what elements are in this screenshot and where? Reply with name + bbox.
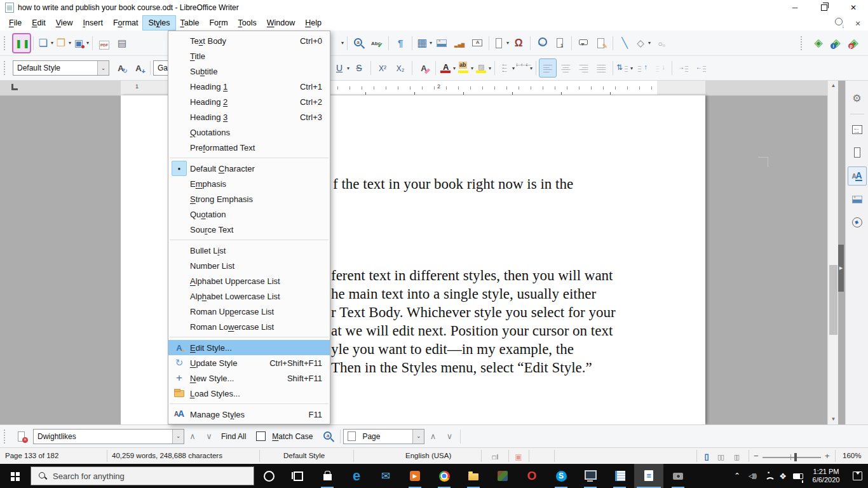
save-button[interactable]: ▾ — [72, 34, 89, 52]
unordered-list-button[interactable]: ▾ — [498, 59, 515, 77]
scroll-down-icon[interactable]: ▼ — [828, 414, 839, 424]
para-space-increase-button[interactable] — [634, 59, 651, 77]
underline-dropdown-icon[interactable]: ▾ — [347, 65, 349, 71]
subscript-button[interactable] — [392, 59, 409, 77]
track-changes-button[interactable] — [593, 34, 609, 52]
toolbar-grip-right[interactable] — [801, 36, 807, 50]
style-update-button[interactable] — [112, 59, 129, 77]
styles-menu-item-default-character[interactable]: ●Default Character — [168, 161, 330, 176]
toolbar-grip[interactable] — [4, 36, 10, 50]
justify-button[interactable] — [593, 59, 609, 77]
style-new-button[interactable] — [130, 59, 147, 77]
styles-menu-item-title[interactable]: Title — [168, 48, 330, 64]
navigate-by-dropdown-icon[interactable]: ⌄ — [412, 430, 424, 444]
search-input[interactable]: Dwightlikes ⌄ — [33, 429, 184, 444]
volume-button[interactable] — [745, 464, 760, 488]
increase-indent-button[interactable] — [675, 59, 692, 77]
taskbar-app-task-view[interactable] — [283, 464, 313, 488]
zoom-in-icon[interactable]: + — [825, 451, 830, 461]
menu-edit[interactable]: Edit — [27, 16, 51, 30]
styles-menu-item-alphabet-uppercase-list[interactable]: Alphabet Uppercase List — [168, 273, 330, 288]
taskbar-app-store[interactable] — [313, 464, 342, 488]
word-count-status[interactable]: 40,259 words, 248,688 characters — [112, 452, 222, 459]
styles-menu-item-heading-1[interactable]: Heading 1Ctrl+1 — [168, 79, 330, 94]
new-document-button[interactable]: ▾ — [37, 34, 53, 52]
ordered-list-button[interactable]: ▾ — [516, 59, 532, 77]
restore-button[interactable] — [810, 0, 839, 15]
line-spacing-button[interactable]: ▾ — [616, 59, 633, 77]
print-button[interactable] — [114, 34, 130, 52]
background-color-dropdown-icon[interactable]: ▾ — [489, 65, 491, 71]
unordered-list-dropdown-icon[interactable]: ▾ — [512, 65, 515, 71]
battery-button[interactable] — [790, 464, 806, 488]
underline-button[interactable]: ▾ — [333, 59, 349, 77]
taskbar-app-opera[interactable] — [517, 464, 546, 488]
match-case-checkbox[interactable] — [256, 431, 266, 441]
taskbar-app-cortana[interactable] — [254, 464, 283, 488]
highlighting-button[interactable]: ▾ — [457, 59, 473, 77]
basic-shapes-button[interactable]: ▾ — [634, 34, 651, 52]
minimize-button[interactable]: ─ — [780, 0, 810, 15]
dropbox-button[interactable] — [775, 464, 790, 488]
menu-styles[interactable]: Styles — [143, 16, 175, 30]
taskbar-app-system-monitor[interactable] — [576, 464, 605, 488]
taskbar-app-screen-capture[interactable] — [663, 464, 693, 488]
find-previous-button[interactable]: ∧ — [184, 429, 201, 444]
insert-footnote-button[interactable] — [552, 34, 568, 52]
menu-insert[interactable]: Insert — [78, 16, 108, 30]
tab-stop-selector-icon[interactable] — [11, 84, 18, 90]
language-status[interactable]: English (USA) — [405, 452, 451, 459]
menu-help[interactable]: Help — [300, 16, 327, 30]
basic-shapes-dropdown-icon[interactable]: ▾ — [648, 40, 651, 46]
para-space-decrease-button[interactable] — [652, 59, 668, 77]
taskbar-app-chrome[interactable] — [430, 464, 459, 488]
navigate-previous-button[interactable]: ∧ — [424, 429, 441, 444]
taskbar-search-box[interactable]: Search for anything — [31, 466, 254, 485]
sidebar-tab-sidebar-settings[interactable] — [848, 90, 866, 107]
highlighting-dropdown-icon[interactable]: ▾ — [471, 65, 473, 71]
superscript-button[interactable] — [374, 59, 391, 77]
paragraph-style-status[interactable]: Default Style — [283, 452, 325, 459]
navigate-by-combobox[interactable]: Page ⌄ — [343, 429, 424, 444]
findbar-grip[interactable] — [4, 430, 10, 444]
book-view-icon[interactable] — [729, 450, 742, 463]
page-number-status[interactable]: Page 133 of 182 — [5, 452, 58, 459]
styles-menu-item-roman-uppercase-list[interactable]: Roman Uppercase List — [168, 304, 330, 319]
hidden-icons-button[interactable] — [729, 464, 745, 488]
menu-table[interactable]: Table — [175, 16, 205, 30]
language-update-icon[interactable] — [832, 17, 845, 29]
styles-menu-item-new-style[interactable]: New Style...Shift+F11 — [168, 370, 330, 386]
zoom-slider-thumb[interactable] — [794, 453, 797, 461]
font-color-button[interactable]: ▾ — [439, 59, 456, 77]
sidebar-tab-styles-tab[interactable] — [848, 166, 867, 186]
styles-menu-item-load-styles[interactable]: Load Styles... — [168, 386, 330, 401]
sidebar-tab-properties[interactable] — [848, 121, 866, 139]
scroll-up-icon[interactable]: ▲ — [828, 81, 839, 91]
wifi-button[interactable] — [760, 464, 775, 488]
insert-comment-button[interactable] — [575, 34, 592, 52]
insert-table-button[interactable]: ▾ — [416, 34, 432, 52]
find-and-replace-button[interactable] — [351, 34, 367, 52]
open-button[interactable]: ▾ — [55, 34, 71, 52]
styles-menu-item-source-text[interactable]: Source Text — [168, 222, 330, 237]
insert-page-break-dropdown-icon[interactable]: ▾ — [506, 40, 509, 46]
align-left-button[interactable] — [539, 59, 556, 77]
navigate-next-button[interactable]: ∨ — [441, 429, 458, 444]
taskbar-app-skype[interactable] — [546, 464, 576, 488]
zoom-out-icon[interactable]: − — [754, 451, 759, 461]
font-color-dropdown-icon[interactable]: ▾ — [453, 65, 456, 71]
scrollbar-thumb[interactable] — [829, 265, 837, 335]
horizontal-ruler[interactable]: 12 — [0, 81, 827, 96]
open-dropdown-icon[interactable]: ▾ — [69, 40, 71, 46]
align-right-button[interactable] — [575, 59, 592, 77]
unsaved-changes-icon[interactable] — [512, 450, 525, 463]
styles-menu-item-preformatted-text[interactable]: Preformatted Text — [168, 140, 330, 155]
citation-plugin-1-button[interactable] — [810, 34, 827, 52]
insert-line-button[interactable] — [616, 34, 633, 52]
menu-tools[interactable]: Tools — [233, 16, 262, 30]
taskbar-app-libreoffice-writer[interactable] — [634, 464, 663, 488]
styles-menu-item-number-list[interactable]: Number List — [168, 258, 330, 273]
paragraph-style-combobox[interactable]: Default Style ⌄ — [13, 60, 109, 76]
new-document-dropdown-icon[interactable]: ▾ — [51, 40, 53, 46]
styles-menu-item-alphabet-lowercase-list[interactable]: Alphabet Lowercase List — [168, 288, 330, 304]
